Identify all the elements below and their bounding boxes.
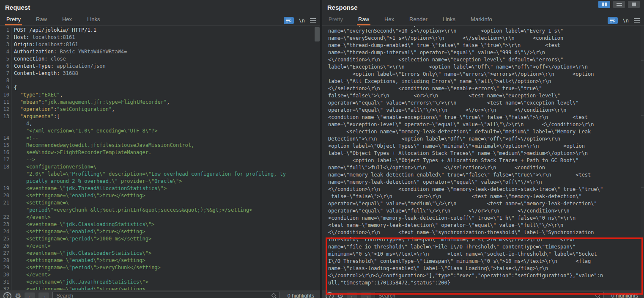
code-text: Origin:localhost:8161	[14, 41, 78, 48]
newline-visibility-toggle[interactable]: \n	[299, 18, 305, 24]
code-text: <configurationversion=\	[14, 163, 96, 171]
response-search-input[interactable]	[375, 293, 603, 298]
line-number	[0, 171, 11, 178]
response-code-line: name=\"exception-level\" operator=\"equa…	[322, 121, 644, 128]
line-number: 21	[0, 199, 11, 207]
request-scrollbar-thumb[interactable]	[315, 27, 320, 41]
help-icon[interactable]: ?	[326, 292, 334, 298]
request-code: 1POST /api/jolokia/ HTTP/1.12Host: local…	[0, 26, 320, 290]
response-code-line: name=\"full\">full<\/option>\r\n <\/sele…	[322, 164, 644, 171]
code-text: Host: localhost:8161	[14, 34, 75, 41]
response-code-line: <\/condition>\r\n <text name=\"synchroni…	[322, 229, 644, 236]
response-code-line: name=\"memory-leak-detection-enabled\" t…	[322, 171, 644, 179]
tab-links[interactable]: Links	[441, 15, 457, 25]
line-number: 5	[0, 55, 11, 63]
tab-hex[interactable]: Hex	[61, 15, 73, 25]
editor-menu-icon[interactable]	[310, 18, 316, 23]
request-editor[interactable]: 1POST /api/jolokia/ HTTP/1.12Host: local…	[0, 25, 320, 290]
request-code-line: 16 seeWindow->FlightRecorderTemplateMana…	[0, 149, 320, 156]
newline-visibility-toggle[interactable]: \n	[623, 18, 629, 24]
request-code-line: 26 </event>	[0, 243, 320, 250]
tab-pretty[interactable]: Pretty	[327, 15, 344, 25]
code-text: "operation":"setConfiguration",	[14, 106, 115, 113]
code-text: <settingname=\"enabled\">true</setting>	[14, 228, 145, 235]
request-code-line: 15 Recommendedwaytoedit.jfcfilesistouseJ…	[0, 142, 320, 149]
request-code-line: pically around 2 % overhead.\" provider=…	[0, 178, 320, 185]
line-number	[0, 207, 11, 214]
tab-render[interactable]: Render	[408, 15, 429, 25]
request-code-line: 6Content-Type: application/json	[0, 63, 320, 70]
line-number	[0, 127, 11, 135]
tab-markinfo[interactable]: MarkInfo	[469, 15, 493, 25]
code-text: <eventname=\"jdk.ThreadAllocationStatist…	[14, 185, 167, 192]
line-number: 23	[0, 221, 11, 228]
word-wrap-icon	[286, 18, 292, 23]
previous-match-button[interactable]: ←	[25, 292, 35, 298]
code-text: Connection: close	[14, 55, 66, 63]
request-code-line: 22 </event>	[0, 214, 320, 221]
line-number: 1	[0, 27, 11, 34]
request-code-line: 10 "type":"EXEC",	[0, 91, 320, 99]
response-code-line: Threshold\" contentType=\"timespan\" min…	[322, 236, 644, 243]
tab-raw[interactable]: Raw	[35, 15, 48, 25]
tab-links[interactable]: Links	[86, 15, 101, 25]
next-match-button[interactable]: →	[38, 292, 49, 298]
code-text: </event>	[14, 271, 51, 279]
code-text: Content-Type: application/json	[14, 63, 106, 70]
code-text: <settingname=\	[14, 199, 69, 207]
code-text: "type":"EXEC",	[14, 91, 63, 99]
columns-icon	[602, 3, 604, 6]
request-code-line: 20 <settingname=\"enabled\">true</settin…	[0, 192, 320, 199]
request-code-line: 27 <eventname=\"jdk.ClassLoaderStatistic…	[0, 250, 320, 257]
tab-raw[interactable]: Raw	[357, 15, 370, 25]
layout-rows-button[interactable]	[613, 1, 625, 8]
next-match-button[interactable]: →	[361, 292, 371, 298]
request-panel: Request PrettyRawHexLinks \n 1POST /api/…	[0, 0, 320, 298]
response-code-line: <condition name=\"memory-leak-detection-…	[322, 215, 644, 222]
response-code-line: operator=\"equal\" value=\"all\"\/>\r\n …	[322, 107, 644, 114]
request-search-input[interactable]	[53, 293, 280, 298]
response-code-line: name=\"everyTenSecond\">10 s<\/option>\r…	[322, 28, 644, 35]
line-number: 8	[0, 77, 11, 84]
word-wrap-toggle-button[interactable]	[608, 17, 618, 24]
request-code-line: 28 <settingname=\"enabled\">true</settin…	[0, 257, 320, 264]
response-code-line: ull,"timestamp":1701358472,"status":200}	[322, 279, 644, 287]
code-text: "<?xml version=\"1.0\" encoding=\"UTF-8\…	[14, 127, 158, 135]
code-text: Recommendedwaytoedit.jfcfilesistouseJava…	[14, 142, 194, 149]
help-icon[interactable]: ?	[3, 292, 11, 298]
request-code-line: 18 <configurationversion=\	[0, 163, 320, 171]
word-wrap-toggle-button[interactable]	[284, 17, 294, 24]
response-editor[interactable]: <option label=\"Every 10 s\"name=\"every…	[322, 25, 644, 290]
response-code-line: label=\"Object Types + Allocation Stack …	[322, 150, 644, 157]
request-scrollbar[interactable]	[315, 26, 320, 290]
layout-single-button[interactable]	[628, 1, 640, 8]
response-highlights-count: 0 highlights	[611, 293, 638, 298]
request-code-line: 1POST /api/jolokia/ HTTP/1.1	[0, 27, 320, 34]
settings-gear-icon[interactable]: ⚙	[337, 292, 343, 298]
code-text: <eventname=\"jdk.JavaThreadStatistics\">	[14, 279, 148, 286]
request-code-line: 32 <settingname=\"enabled\">true</settin…	[0, 286, 320, 290]
tab-pretty[interactable]: Pretty	[5, 15, 22, 25]
request-code-line: 30 </event>	[0, 271, 320, 279]
previous-match-button[interactable]: ←	[347, 292, 357, 298]
columns-icon	[605, 3, 607, 6]
tab-hex[interactable]: Hex	[383, 15, 395, 25]
code-text: -->	[14, 156, 36, 163]
code-text: "2.0\" label=\"Profiling\" description=\…	[14, 171, 286, 178]
request-code-line: 9{	[0, 84, 320, 91]
settings-gear-icon[interactable]: ⚙	[15, 292, 21, 298]
response-search-field	[375, 292, 604, 298]
code-text: </event>	[14, 243, 51, 250]
editor-menu-icon[interactable]	[634, 18, 640, 23]
response-scrollbar[interactable]	[641, 26, 644, 290]
code-text: "arguments":[	[14, 113, 60, 120]
request-code-line: 13 "arguments":[	[0, 113, 320, 120]
code-text: <settingname=\"enabled\">true</setting>	[14, 192, 145, 199]
response-code-line: operator=\"equal\" value=\"errors\"\/>\r…	[322, 99, 644, 107]
line-number: 31	[0, 279, 11, 286]
layout-columns-button[interactable]	[598, 1, 610, 8]
line-number: 9	[0, 84, 11, 91]
response-code-line: label=\"All Exceptions, including Errors…	[322, 78, 644, 85]
request-tabbar: PrettyRawHexLinks \n	[0, 14, 320, 25]
line-number: 32	[0, 286, 11, 290]
